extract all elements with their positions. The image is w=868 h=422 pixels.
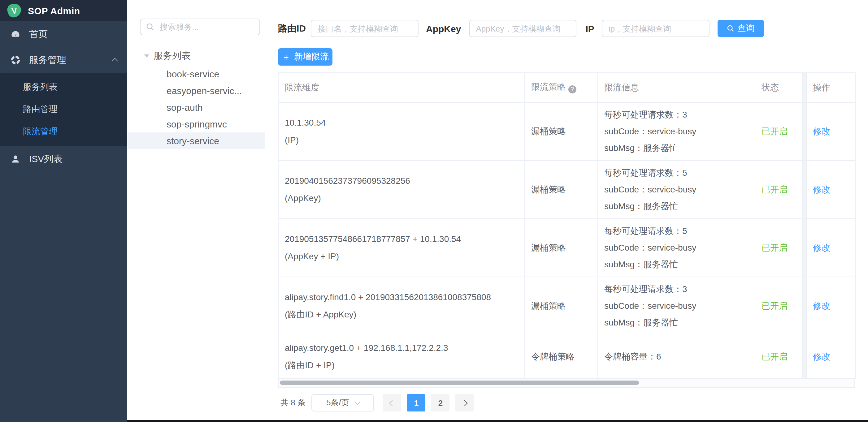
table-row: 20190513577548661718777857 + 10.1.30.54 … [278, 219, 855, 277]
sidebar-item-isv-list[interactable]: ISV列表 [0, 146, 127, 172]
col-header-status: 状态 [755, 73, 803, 102]
app-title: SOP Admin [28, 5, 80, 16]
query-button[interactable]: 查询 [718, 20, 764, 37]
col-header-action: 操作 [806, 73, 855, 102]
tree-root-service-list[interactable]: 服务列表 [127, 47, 265, 64]
page: V SOP Admin 首页 服务管理 服务列表 路由管理 限 [0, 0, 868, 422]
sidebar-submenu: 服务列表 路由管理 限流管理 [0, 73, 127, 146]
app-logo-icon: V [7, 3, 22, 18]
tree-node-book-service[interactable]: book-service [127, 66, 265, 82]
page-size-select[interactable]: 5条/页 [312, 394, 374, 412]
search-icon [146, 23, 154, 31]
chevron-right-icon [462, 400, 468, 406]
chevron-left-icon [389, 400, 395, 406]
col-header-dimension: 限流维度 [278, 73, 525, 102]
horizontal-scrollbar-thumb[interactable] [280, 381, 639, 385]
sidebar-item-label: 首页 [29, 28, 48, 40]
limit-dimension-type: (路由ID + AppKey) [285, 306, 524, 323]
limit-info-line: 令牌桶容量：6 [604, 348, 755, 365]
modify-link[interactable]: 修改 [813, 242, 830, 252]
limit-info-line: subMsg：服务器忙 [604, 314, 755, 331]
ip-input[interactable] [602, 20, 710, 37]
page-button-2[interactable]: 2 [431, 394, 450, 412]
page-button-1[interactable]: 1 [407, 394, 426, 412]
limit-dimension: 20190401562373796095328256 [285, 173, 524, 190]
limit-info-line: 每秒可处理请求数：3 [604, 281, 755, 298]
sidebar-item-route-mgmt[interactable]: 路由管理 [0, 98, 127, 120]
tree-root-label: 服务列表 [154, 50, 191, 62]
search-icon [727, 25, 734, 32]
limit-dimension: alipay.story.find1.0 + 20190331562013861… [285, 289, 524, 306]
limit-strategy: 漏桶策略 [525, 277, 598, 335]
limit-info-line: subCode：service-busy [604, 181, 755, 198]
sidebar-item-label: 服务管理 [29, 54, 66, 66]
service-search-input[interactable] [158, 22, 248, 32]
table-row: alipay.story.find1.0 + 20190331562013861… [278, 277, 855, 335]
route-id-input[interactable] [311, 20, 418, 37]
sidebar-item-home[interactable]: 首页 [0, 21, 127, 47]
sidebar-item-service-list[interactable]: 服务列表 [0, 75, 127, 98]
modify-link[interactable]: 修改 [813, 126, 830, 136]
limit-info-line: subCode：service-busy [604, 298, 755, 315]
limit-info-line: subMsg：服务器忙 [604, 198, 755, 215]
limit-strategy: 漏桶策略 [525, 102, 598, 161]
limit-info-line: subMsg：服务器忙 [604, 256, 755, 273]
limit-info-line: subMsg：服务器忙 [604, 140, 755, 157]
add-limit-button[interactable]: ＋ 新增限流 [278, 48, 333, 66]
service-icon [10, 55, 21, 65]
dashboard-icon [10, 29, 21, 39]
query-button-label: 查询 [737, 23, 755, 34]
tree-node-easyopen-service[interactable]: easyopen-servic... [127, 82, 265, 99]
limit-dimension-type: (AppKey) [285, 190, 524, 207]
app-logo-band: V SOP Admin [0, 0, 127, 21]
sidebar: V SOP Admin 首页 服务管理 服务列表 路由管理 限 [0, 0, 127, 422]
sidebar-item-service-mgmt[interactable]: 服务管理 [0, 47, 127, 73]
limit-dimension-type: (路由ID + IP) [285, 357, 524, 374]
service-tree: book-service easyopen-servic... sop-auth… [127, 66, 265, 149]
bottom-edge-strip [127, 420, 868, 422]
user-icon [10, 154, 21, 164]
modify-link[interactable]: 修改 [813, 351, 830, 361]
limit-strategy: 令牌桶策略 [525, 335, 598, 378]
col-header-info: 限流信息 [598, 73, 755, 102]
table-row: 10.1.30.54 (IP) 漏桶策略 每秒可处理请求数：3 subCode：… [278, 102, 855, 161]
route-id-label: 路由ID [278, 23, 306, 34]
limit-dimension-type: (IP) [285, 131, 524, 149]
tree-node-story-service[interactable]: story-service [127, 132, 265, 149]
limit-info-line: subCode：service-busy [604, 123, 755, 140]
limit-info-line: 每秒可处理请求数：5 [604, 222, 755, 239]
help-icon[interactable]: ? [568, 86, 577, 93]
table-row: alipay.story.get1.0 + 192.168.1.1,172.2.… [278, 335, 855, 378]
chevron-up-icon [112, 58, 118, 64]
tree-node-sop-auth[interactable]: sop-auth [127, 99, 265, 116]
sidebar-nav: 首页 服务管理 服务列表 路由管理 限流管理 ISV列表 [0, 21, 127, 172]
limit-strategy: 漏桶策略 [525, 161, 598, 219]
modify-link[interactable]: 修改 [813, 300, 830, 310]
filter-bar: 路由ID AppKey IP 查询 [278, 20, 764, 37]
prev-page-button[interactable] [383, 394, 402, 412]
modify-link[interactable]: 修改 [813, 184, 830, 194]
limit-dimension: 10.1.30.54 [285, 115, 524, 131]
fixed-column-gutter [803, 73, 806, 102]
sidebar-item-label: ISV列表 [29, 153, 63, 165]
plus-icon: ＋ [282, 52, 290, 61]
add-limit-button-label: 新增限流 [294, 51, 329, 63]
table-row: 20190401562373796095328256 (AppKey) 漏桶策略… [278, 161, 855, 219]
pagination-total: 共 8 条 [280, 397, 306, 409]
status-badge: 已开启 [762, 351, 787, 361]
status-badge: 已开启 [762, 126, 787, 136]
limit-dimension: 20190513577548661718777857 + 10.1.30.54 [285, 231, 524, 248]
horizontal-scrollbar-track[interactable] [278, 379, 855, 388]
next-page-button[interactable] [455, 394, 474, 412]
limit-info-line: 每秒可处理请求数：5 [604, 164, 755, 181]
status-badge: 已开启 [762, 300, 787, 310]
appkey-label: AppKey [426, 23, 461, 34]
tree-node-sop-springmvc[interactable]: sop-springmvc [127, 116, 265, 132]
page-size-value: 5条/页 [326, 397, 349, 409]
appkey-input[interactable] [469, 20, 576, 37]
col-header-strategy: 限流策略? [525, 73, 598, 102]
service-search-box [140, 19, 260, 35]
pagination: 共 8 条 5条/页 1 2 [280, 394, 479, 412]
limit-table: 限流维度 限流策略? 限流信息 状态 操作 10.1.30.54 (IP) 漏桶… [278, 72, 855, 388]
sidebar-item-limit-mgmt[interactable]: 限流管理 [0, 120, 127, 142]
